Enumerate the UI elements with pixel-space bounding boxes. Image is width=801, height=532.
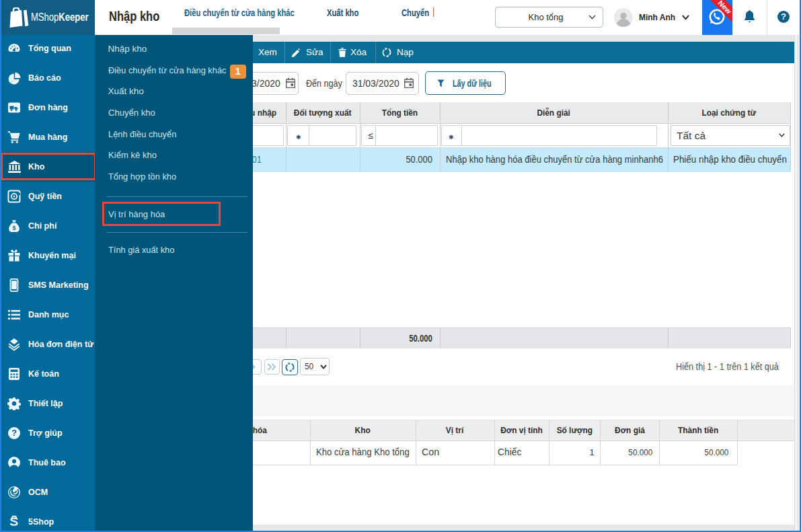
svg-text:?: ? [11, 428, 17, 438]
svg-text:$: $ [12, 225, 15, 231]
